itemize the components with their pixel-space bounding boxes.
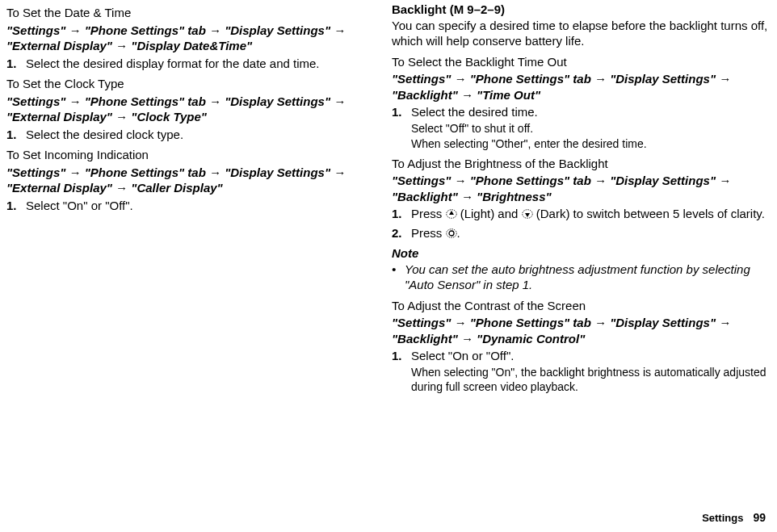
step-number: 1. xyxy=(392,104,411,151)
step-row: 1. Select "On" or "Off". xyxy=(6,198,379,214)
step-row: 1. Select the desired display format for… xyxy=(6,56,379,72)
nav-path: "Settings" → "Phone Settings" tab → "Dis… xyxy=(6,23,379,54)
step-fragment: . xyxy=(457,226,460,240)
step-number: 1. xyxy=(392,206,411,222)
step-number: 1. xyxy=(392,348,411,394)
step-fragment: (Dark) to switch between 5 levels of cla… xyxy=(533,207,765,220)
note-bullet: • You can set the auto brightness adjust… xyxy=(392,262,771,293)
step-text: Select "On" or "Off". xyxy=(26,198,379,214)
step-number: 1. xyxy=(6,56,26,72)
heading-backlight-timeout: To Select the Backlight Time Out xyxy=(392,54,771,70)
step-fragment: Press xyxy=(411,226,446,240)
step-text: Press (Light) and (Dark) to switch betwe… xyxy=(411,206,771,222)
bullet-dot-icon: • xyxy=(392,262,405,293)
step-row: 2. Press . xyxy=(392,225,771,241)
note-heading: Note xyxy=(392,245,771,262)
svg-marker-1 xyxy=(449,211,454,215)
step-line: Select "On or "Off". xyxy=(411,348,771,364)
note-text: You can set the auto brightness adjustme… xyxy=(405,262,771,293)
left-column: To Set the Date & Time "Settings" → "Pho… xyxy=(6,2,388,527)
heading-brightness: To Adjust the Brightness of the Backligh… xyxy=(392,156,771,172)
nav-path: "Settings" → "Phone Settings" tab → "Dis… xyxy=(392,173,771,204)
svg-marker-3 xyxy=(525,213,530,217)
heading-set-date-time: To Set the Date & Time xyxy=(6,5,379,21)
step-text: Press . xyxy=(411,225,771,241)
step-text: Select the desired clock type. xyxy=(26,127,379,143)
nav-path: "Settings" → "Phone Settings" tab → "Dis… xyxy=(6,165,379,196)
step-number: 2. xyxy=(392,225,411,241)
step-fragment: (Light) and xyxy=(457,207,522,220)
heading-backlight: Backlight (M 9–2–9) xyxy=(392,2,771,18)
step-subline: When selecting "Other", enter the desire… xyxy=(411,136,771,151)
heading-set-clock-type: To Set the Clock Type xyxy=(6,76,379,92)
step-text: Select "On or "Off". When selecting "On"… xyxy=(411,348,771,394)
step-subline: When selecting "On", the backlight brigh… xyxy=(411,365,771,394)
page: To Set the Date & Time "Settings" → "Pho… xyxy=(0,0,777,532)
nav-path: "Settings" → "Phone Settings" tab → "Dis… xyxy=(6,94,379,125)
step-line: Select the desired time. xyxy=(411,104,771,120)
step-fragment: Press xyxy=(411,207,446,220)
page-footer: Settings99 xyxy=(702,510,766,526)
step-row: 1. Select the desired time. Select "Off"… xyxy=(392,104,771,151)
down-key-icon xyxy=(522,208,533,220)
heading-backlight-text: Backlight xyxy=(392,2,447,16)
svg-point-4 xyxy=(446,229,456,238)
right-column: Backlight (M 9–2–9) You can specify a de… xyxy=(388,2,771,527)
step-text: Select the desired time. Select "Off" to… xyxy=(411,104,771,151)
heading-incoming-indication: To Set Incoming Indication xyxy=(6,147,379,163)
center-key-icon xyxy=(446,228,457,239)
intro-text: You can specify a desired time to elapse… xyxy=(392,18,771,49)
step-row: 1. Press (Light) and (Dark) to switch be… xyxy=(392,206,771,222)
step-row: 1. Select the desired clock type. xyxy=(6,127,379,143)
nav-path: "Settings" → "Phone Settings" tab → "Dis… xyxy=(392,315,771,346)
svg-point-5 xyxy=(449,231,454,236)
heading-contrast: To Adjust the Contrast of the Screen xyxy=(392,298,771,314)
nav-path: "Settings" → "Phone Settings" tab → "Dis… xyxy=(392,71,771,103)
footer-section: Settings xyxy=(702,512,743,524)
footer-page-number: 99 xyxy=(753,511,766,524)
step-number: 1. xyxy=(6,127,26,143)
step-subline: Select "Off" to shut it off. xyxy=(411,121,771,136)
step-number: 1. xyxy=(6,198,26,214)
step-row: 1. Select "On or "Off". When selecting "… xyxy=(392,348,771,394)
step-text: Select the desired display format for th… xyxy=(26,56,379,72)
up-key-icon xyxy=(446,208,457,220)
heading-backlight-code: (M 9–2–9) xyxy=(447,2,506,16)
